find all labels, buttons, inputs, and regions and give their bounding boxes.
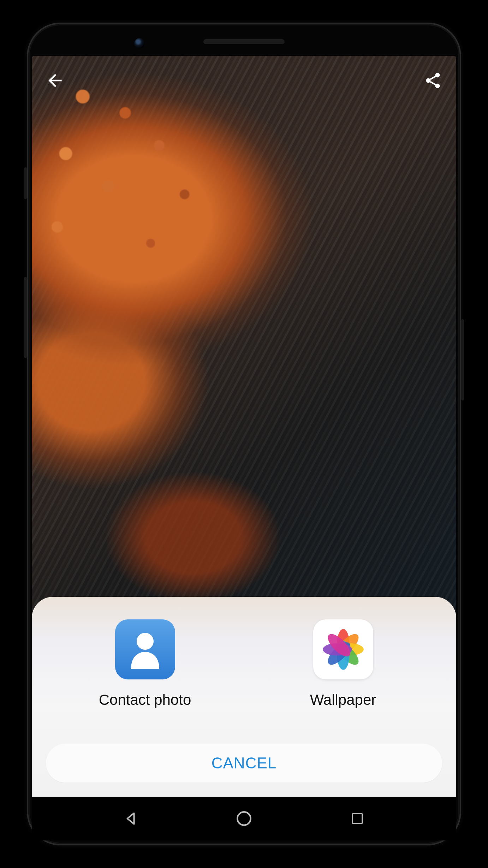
front-camera [134,38,145,49]
photos-flower-icon [321,628,365,671]
phone-side-button [24,167,27,199]
circle-home-icon [235,810,253,827]
share-icon [424,71,442,90]
nav-recents-button[interactable] [341,803,373,834]
svg-point-12 [237,812,251,825]
share-button[interactable] [420,68,446,93]
option-label: Wallpaper [310,691,376,708]
option-contact-photo[interactable]: Contact photo [92,619,198,708]
screen: Contact photo [32,56,456,840]
app-header [32,56,456,105]
option-wallpaper[interactable]: Wallpaper [290,619,396,708]
back-button[interactable] [42,68,68,93]
nav-back-button[interactable] [115,803,147,834]
option-row: Contact photo [46,619,442,708]
phone-side-button [24,277,27,358]
viewport: Contact photo [32,56,456,797]
system-nav-bar [32,797,456,840]
triangle-back-icon [123,810,139,827]
wallpaper-icon [313,619,373,679]
person-silhouette-icon [127,630,163,669]
svg-rect-13 [352,814,362,824]
phone-side-button [461,319,464,400]
action-sheet: Contact photo [32,597,456,797]
square-recents-icon [350,811,365,826]
earpiece-speaker [203,39,285,44]
back-arrow-icon [45,71,65,90]
phone-frame: Contact photo [27,23,461,845]
phone-top-bezel [32,28,456,56]
option-label: Contact photo [99,691,191,708]
nav-home-button[interactable] [228,803,260,834]
contact-photo-icon [115,619,175,679]
svg-point-3 [137,633,154,650]
svg-point-1 [426,78,431,83]
cancel-button[interactable]: CANCEL [46,744,442,783]
cancel-label: CANCEL [212,754,277,772]
